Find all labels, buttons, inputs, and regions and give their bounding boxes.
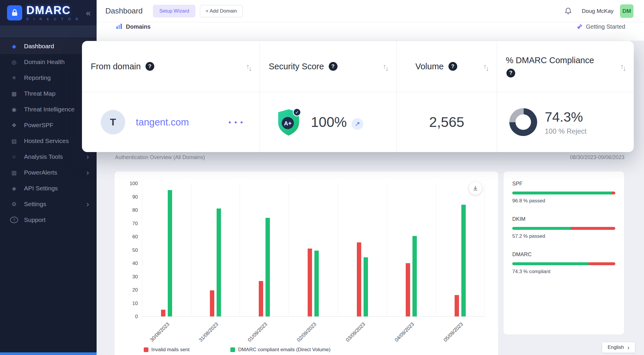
bar [210,290,214,316]
bar-group [387,184,436,316]
sidebar-item-label: Dashboard [24,43,54,50]
sidebar-bottom-accent [0,352,97,355]
bar [259,281,263,316]
lock-logo-icon [7,5,22,20]
hosted-services-icon: ▤ [10,138,18,144]
dmarc-compliant-text: 74.3 % compliant [512,269,615,275]
legend-item[interactable]: DMARC compliant emails (Direct Volume) [230,347,330,353]
bar-group [142,184,191,316]
sidebar-top-band [0,25,97,38]
language-label: English [608,344,624,350]
chart-legend: Invalid mails sentDMARC compliant emails… [144,347,330,353]
help-icon[interactable]: ? [448,62,457,71]
threat-intelligence-icon: ◉ [10,106,18,113]
sort-icon[interactable]: ↑↓ [383,63,389,70]
section-title-row: Authentication Overview (All Domains) 08… [115,154,624,161]
dkim-passed-text: 57.2 % passed [512,233,615,239]
collapse-sidebar-icon[interactable]: « [86,8,91,17]
y-axis-label: 90 [114,194,138,200]
bar [161,310,165,316]
sidebar-item-poweralerts[interactable]: ▥ PowerAlerts › [0,165,97,180]
domain-table-spotlight-card: From domain ? ↑↓ Security Score ? ↑↓ Vol… [82,41,634,152]
domains-section-label: Domains [116,23,150,30]
column-header-from-domain[interactable]: From domain ? ↑↓ [82,41,260,92]
authentication-overview-chart-card: 0102030405060708090100 30/08/202331/08/2… [114,171,499,355]
spf-label: SPF [512,181,615,187]
bar [314,251,319,316]
y-axis-label: 40 [114,261,138,266]
column-header-volume[interactable]: Volume ? ↑↓ [397,41,497,92]
table-row: T tangent.com ● ● ● A+ ✓ 100% ↗ 2,565 [82,92,634,152]
bar [455,295,459,316]
bar-chart-plot-area [142,184,485,317]
bar-group [289,184,338,316]
domain-health-icon: ◎ [10,59,18,66]
bar [308,249,312,316]
domain-link[interactable]: tangent.com [136,117,189,128]
sidebar-item-label: PowerSPF [24,122,53,129]
bar [461,205,466,316]
threat-map-icon: ▦ [10,90,18,97]
powerspf-icon: ❖ [10,122,18,129]
column-header-security-score[interactable]: Security Score ? ↑↓ [260,41,397,92]
add-domain-button[interactable]: + Add Domain [200,5,242,17]
rocket-icon [576,23,583,30]
logo-title: DMARC [26,5,80,16]
logo[interactable]: DMARC D I R E C T O R « [0,0,97,25]
sidebar-item-settings[interactable]: ⚙ Settings › [0,196,97,212]
user-avatar[interactable]: DM [620,4,633,18]
dmarc-metric: DMARC 74.3 % compliant [512,251,615,275]
bar [364,257,368,316]
sort-icon[interactable]: ↑↓ [620,63,626,70]
spf-metric: SPF 96.8 % passed [512,181,615,204]
sort-icon[interactable]: ↑↓ [483,63,489,70]
sidebar-item-label: Settings [24,201,46,208]
sidebar-item-support[interactable]: ? Support [0,212,97,228]
sidebar-item-api-settings[interactable]: ◈ API Settings [0,180,97,196]
spf-passed-text: 96.8 % passed [512,198,615,204]
help-icon[interactable]: ? [329,62,338,71]
compliance-subtext: 100 % Reject [545,127,587,135]
language-selector[interactable]: English › [602,342,635,353]
support-icon: ? [10,217,18,223]
table-header-row: From domain ? ↑↓ Security Score ? ↑↓ Vol… [82,41,634,92]
bar-group [191,184,240,316]
dmarc-progress-bar [512,262,615,265]
getting-started-link[interactable]: Getting Started [576,23,625,30]
user-name: Doug McKay [582,8,614,14]
reporting-icon: ≡ [10,75,18,81]
dashboard-icon: ◆ [10,43,18,50]
notifications-bell-icon[interactable] [564,7,572,15]
legend-swatch [144,347,148,352]
page-title: Dashboard [105,6,143,15]
bar [168,190,172,316]
y-axis-label: 80 [114,207,138,213]
legend-swatch [230,347,235,352]
analysis-tools-icon: ○ [10,154,18,160]
dkim-label: DKIM [512,216,615,222]
logo-subtitle: D I R E C T O R [26,17,80,21]
security-shield-icon: A+ ✓ [275,108,302,137]
x-axis-label: 01/09/2023 [239,321,268,350]
settings-gear-icon: ⚙ [10,201,18,208]
date-range: 08/30/2023-09/06/2023 [570,154,624,161]
help-icon[interactable]: ? [145,62,154,71]
legend-item[interactable]: Invalid mails sent [144,347,189,353]
dkim-progress-bar [512,227,615,230]
open-score-link-icon[interactable]: ↗ [352,118,363,130]
setup-wizard-button[interactable]: Setup Wizard [153,5,195,17]
sort-icon[interactable]: ↑↓ [246,63,252,70]
bar-group [338,184,387,316]
grade-badge: A+ [284,120,292,126]
sidebar-item-label: API Settings [24,185,58,192]
y-axis-label: 50 [114,247,138,253]
chevron-right-icon: › [86,168,89,177]
y-axis-label: 100 [114,181,138,187]
sidebar-item-label: Support [24,216,46,223]
bar [266,218,270,316]
row-actions-ellipsis-icon[interactable]: ● ● ● [228,120,244,125]
help-icon[interactable]: ? [506,69,515,77]
x-axis-label: 04/09/2023 [386,321,415,350]
column-header-dmarc-compliance[interactable]: % DMARC Compliance ? ↑↓ [497,41,634,92]
x-axis-label: 03/09/2023 [338,321,366,350]
